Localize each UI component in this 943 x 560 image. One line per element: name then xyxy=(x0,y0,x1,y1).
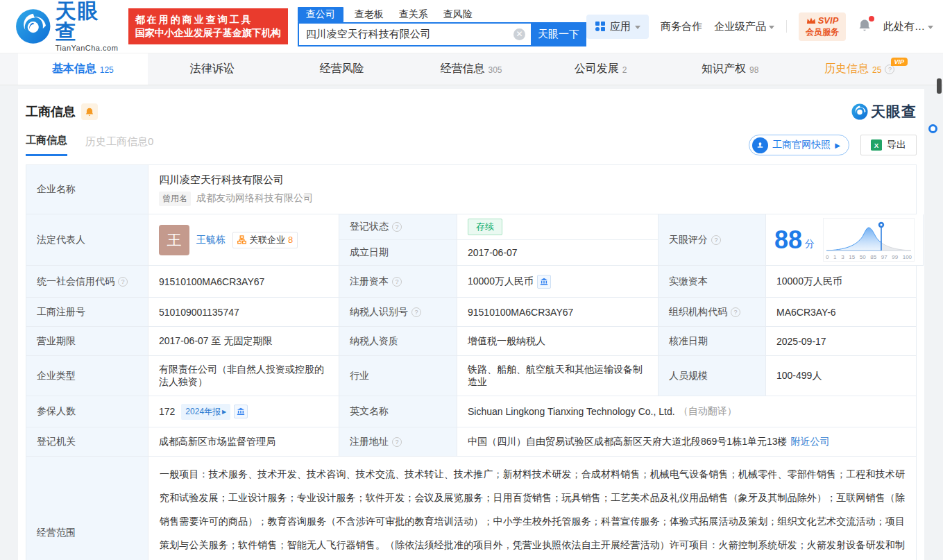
svip-member-button[interactable]: SVIP 会员服务 xyxy=(799,12,846,41)
search-input[interactable] xyxy=(298,22,531,46)
establish-date-label: 成立日期 xyxy=(339,240,457,266)
apps-label: 应用 xyxy=(610,20,631,33)
subtab-history-business-info[interactable]: 历史工商信息0 xyxy=(85,135,153,155)
help-icon[interactable]: ? xyxy=(711,235,721,245)
company-section-tabs: 基本信息 125 法律诉讼 经营风险 经营信息 305 公司发展 2 知识产权 … xyxy=(0,53,943,85)
business-info-card: 工商信息 天眼查 工商信息 历史工商信息0 xyxy=(18,89,924,560)
excel-icon: X xyxy=(871,139,882,151)
company-name-value[interactable]: 四川凌空天行科技有限公司 xyxy=(159,173,284,187)
nearby-companies-link[interactable]: 附近公司 xyxy=(791,436,830,448)
legal-rep-name-link[interactable]: 王毓栋 xyxy=(196,234,226,246)
apps-menu-button[interactable]: 应用 xyxy=(586,15,649,39)
table-row-credit-code: 统一社会信用代码 ? 91510100MA6CR3AY67 注册资本 ? 100… xyxy=(26,266,917,298)
tab-label: 历史信息 xyxy=(824,62,869,76)
help-icon[interactable]: ? xyxy=(731,307,740,317)
official-snapshot-button[interactable]: 工商官网快照 ▶ xyxy=(749,135,849,155)
apps-grid-icon xyxy=(595,21,606,32)
reg-capital-value: 10000万人民币 xyxy=(468,275,534,288)
approval-date-label: 核准日期 xyxy=(659,327,766,356)
taxpayer-id-value: 91510100MA6CR3AY67 xyxy=(457,298,659,327)
subtab-business-info[interactable]: 工商信息 xyxy=(26,134,67,156)
tab-intellectual-property[interactable]: 知识产权 98 xyxy=(665,53,795,85)
taxpayer-id-label: 纳税人识别号 ? xyxy=(339,298,457,327)
tab-label: 法律诉讼 xyxy=(190,62,235,76)
industry-label: 行业 xyxy=(339,356,457,396)
watermark-brand: 天眼查 xyxy=(871,102,917,121)
related-companies-badge[interactable]: 关联企业 8 xyxy=(232,232,298,248)
export-label: 导出 xyxy=(887,139,906,151)
arrow-right-icon: ▶ xyxy=(222,409,226,415)
tab-count: 305 xyxy=(489,65,502,75)
english-name-label: 英文名称 xyxy=(339,396,457,427)
legal-rep-label: 法定代表人 xyxy=(26,214,148,266)
score-unit: 分 xyxy=(805,238,815,251)
annual-report-badge[interactable]: 2024年报 ▶ xyxy=(181,404,230,420)
chevron-down-icon xyxy=(769,26,774,29)
tab-business-info[interactable]: 经营信息 305 xyxy=(407,53,536,85)
search-block: 查公司 查老板 查关系 查风险 ✕ 天眼一下 xyxy=(298,6,586,46)
legal-rep-avatar[interactable]: 王 xyxy=(159,225,189,255)
tianyancha-logo[interactable]: 天眼查 TianYanCha.com xyxy=(15,1,121,52)
stamp-icon xyxy=(752,137,768,153)
tab-count: 2 xyxy=(622,65,627,75)
subscribe-bell-button[interactable] xyxy=(81,103,98,120)
reg-address-value: 中国（四川）自由贸易试验区成都高新区天府大道北段869号1栋1单元13楼 xyxy=(468,436,788,448)
search-button[interactable]: 天眼一下 xyxy=(531,22,586,46)
tianyancha-watermark: 天眼查 xyxy=(851,102,917,121)
business-term-value: 2017-06-07 至 无固定期限 xyxy=(148,327,339,356)
promo-line-1: 都在用的商业查询工具 xyxy=(135,13,281,26)
svip-label: SVIP xyxy=(818,15,839,26)
related-companies-count: 8 xyxy=(288,235,293,245)
tab-legal-litigation[interactable]: 法律诉讼 xyxy=(148,53,278,85)
scrollbar-thumb[interactable] xyxy=(937,78,942,94)
help-icon[interactable]: ? xyxy=(118,277,128,287)
staff-size-label: 人员规模 xyxy=(659,356,766,396)
insured-change-icon[interactable] xyxy=(234,405,248,418)
export-button[interactable]: X 导出 xyxy=(860,135,917,155)
tab-operation-risk[interactable]: 经营风险 xyxy=(277,53,407,85)
promo-badge: 都在用的商业查询工具 国家中小企业发展子基金旗下机构 xyxy=(128,8,288,44)
section-title: 工商信息 xyxy=(26,103,76,120)
help-icon[interactable]: ? xyxy=(392,437,402,447)
insured-count-label: 参保人数 xyxy=(26,396,148,427)
help-icon[interactable]: ? xyxy=(392,277,402,287)
business-term-label: 营业期限 xyxy=(26,327,148,356)
tab-company-development[interactable]: 公司发展 2 xyxy=(536,53,665,85)
search-tab-risk[interactable]: 查风险 xyxy=(443,7,473,22)
registration-info-table: 企业名称 四川凌空天行科技有限公司 曾用名 成都友动网络科技有限公司 法定代表人… xyxy=(26,164,917,560)
nav-enterprise-products[interactable]: 企业级产品 xyxy=(714,20,774,33)
reg-authority-label: 登记机关 xyxy=(26,427,148,457)
reg-number-value: 510109001135747 xyxy=(148,298,339,327)
tab-basic-info[interactable]: 基本信息 125 xyxy=(18,53,148,85)
reg-status-label: 登记状态 ? xyxy=(339,214,457,240)
score-cell[interactable]: 88 分 xyxy=(766,214,924,266)
arrow-right-icon: ▶ xyxy=(835,142,840,149)
table-row-insured: 参保人数 172 2024年报 ▶ 英文名称 Sichuan Lingkong xyxy=(26,396,917,427)
snapshot-label: 工商官网快照 xyxy=(772,139,831,151)
notification-red-dot xyxy=(869,16,874,22)
help-icon[interactable]: ? xyxy=(411,307,421,317)
industry-value: 铁路、船舶、航空航天和其他运输设备制造业 xyxy=(457,356,659,396)
floating-widget-icon[interactable] xyxy=(928,124,937,133)
reg-address-label: 注册地址 ? xyxy=(339,427,457,457)
paid-capital-value: 10000万人民币 xyxy=(766,266,917,298)
tab-count: 25 xyxy=(872,65,881,75)
score-axis-ticks: 01 315 5085 9799 100 xyxy=(825,254,912,261)
reg-status-badge: 存续 xyxy=(468,219,502,235)
search-tab-relation[interactable]: 查关系 xyxy=(399,7,428,22)
help-icon[interactable]: ? xyxy=(392,222,402,232)
capital-change-icon[interactable] xyxy=(537,275,551,289)
auto-translate-note: （自动翻译） xyxy=(679,405,737,418)
bell-icon xyxy=(85,107,94,117)
tianyancha-logo-icon xyxy=(851,103,868,120)
reg-authority-value: 成都高新区市场监督管理局 xyxy=(148,427,339,457)
company-name-label: 企业名称 xyxy=(26,165,148,214)
nav-more-dropdown[interactable]: 此处有… xyxy=(883,20,933,33)
notification-bell-button[interactable] xyxy=(858,18,872,35)
clear-search-icon[interactable]: ✕ xyxy=(513,28,525,40)
tab-history-info[interactable]: 历史信息 25 ? VIP xyxy=(795,53,924,85)
search-tab-company[interactable]: 查公司 xyxy=(298,7,343,22)
nav-business-cooperation[interactable]: 商务合作 xyxy=(661,20,702,33)
chevron-down-icon xyxy=(635,26,640,29)
search-tab-boss[interactable]: 查老板 xyxy=(355,7,384,22)
